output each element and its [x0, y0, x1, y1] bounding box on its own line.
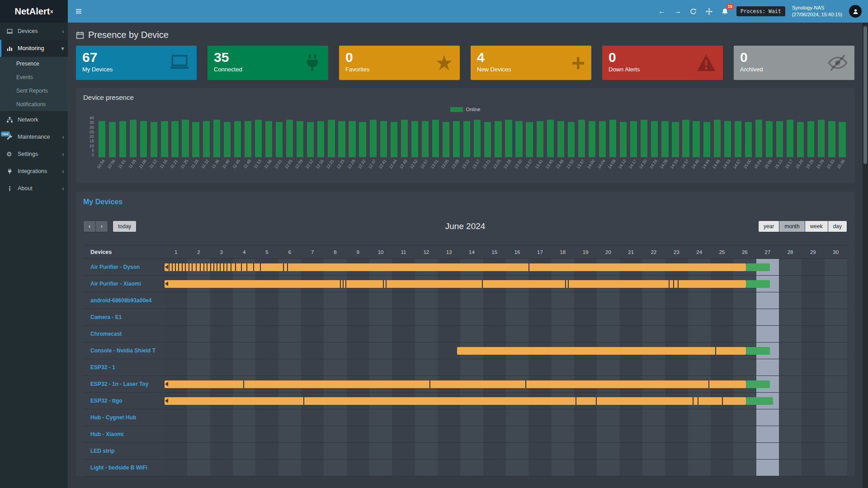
chart-bar-slot [628, 116, 639, 157]
device-link[interactable]: ESP32 - 1 [83, 359, 165, 375]
x-tick-label: 12:09 [294, 159, 304, 169]
x-tick: 10:56 [107, 157, 118, 181]
timeline-row-camera-e1: Camera - E1 [83, 309, 847, 326]
chart-bar-slot [358, 116, 368, 157]
presence-bar-past[interactable] [457, 347, 746, 355]
infobox-favorites[interactable]: 0Favorites★ [339, 46, 460, 80]
device-link[interactable]: Air Purifier - Xiaomi [83, 276, 165, 292]
x-tick: 13:12 [462, 157, 472, 181]
today-button[interactable]: today [113, 221, 137, 232]
day-header-27: 27 [756, 249, 779, 255]
sidebar-item-maintenance[interactable]: newMaintenance‹ [0, 128, 68, 145]
x-tick-label: 14:17 [628, 159, 637, 169]
nav-forward-icon[interactable]: → [673, 7, 682, 16]
x-tick: 13:41 [535, 157, 545, 181]
day-header-22: 22 [642, 249, 665, 255]
warning-icon [696, 53, 717, 72]
presence-bar-current[interactable] [746, 280, 770, 288]
presence-bar-past[interactable] [165, 280, 746, 288]
sidebar-item-settings[interactable]: ⚙Settings‹ [0, 145, 68, 163]
sidebar-item-monitoring[interactable]: Monitoring▾ [0, 40, 68, 57]
offline-gap [243, 380, 244, 388]
x-tick: 11:56 [264, 157, 274, 181]
sidebar-subitem-events[interactable]: Events [0, 70, 68, 84]
chart-bar [599, 121, 606, 158]
timeline-row-hub-xiaomi: Hub - Xiaomi [83, 426, 847, 443]
sidebar-item-network[interactable]: Network [0, 111, 68, 128]
device-link[interactable]: ESP32 - 1n - Laser Toy [83, 376, 165, 392]
x-tick: 15:36 [837, 157, 847, 181]
eye-slash-icon [827, 53, 848, 72]
presence-bar-past[interactable] [165, 380, 746, 388]
infobox-my-devices[interactable]: 67My Devices [76, 46, 197, 80]
x-tick: 12:05 [284, 157, 295, 181]
scrollbar-thumb[interactable] [863, 26, 867, 164]
device-link[interactable]: Light - bedside B WiFi [83, 460, 165, 476]
x-tick-label: 12:25 [336, 159, 345, 169]
app-logo[interactable]: NetAlertx [0, 0, 68, 23]
x-tick: 15:13 [774, 157, 785, 181]
offline-gap [185, 263, 186, 271]
device-link[interactable]: Hub - Xiaomi [83, 426, 165, 442]
device-link[interactable]: ESP32 - ttgo [83, 393, 165, 409]
chart-bar [401, 120, 408, 157]
sidebar-subitem-presence[interactable]: Presence [0, 57, 68, 70]
chart-bar [213, 120, 220, 157]
device-link[interactable]: Camera - E1 [83, 309, 165, 325]
timeline-row-led-strip: LED strip [83, 443, 847, 460]
prev-button[interactable]: ‹ [83, 221, 96, 232]
chart-bar [422, 121, 429, 158]
notifications-button[interactable]: 15 [721, 7, 730, 16]
view-month-button[interactable]: month [779, 221, 805, 232]
device-link[interactable]: Hub - Cygnet Hub [83, 409, 165, 426]
move-icon[interactable] [705, 7, 714, 16]
day-header-5: 5 [255, 249, 278, 255]
view-day-button[interactable]: day [828, 221, 847, 232]
y-tick-label: 30 [90, 125, 94, 130]
timeline-row-chromecast: Chromecast [83, 326, 847, 343]
device-link[interactable]: Air Purifier - Dyson [83, 259, 165, 275]
x-tick-label: 13:12 [461, 159, 471, 169]
presence-bar-past[interactable] [165, 397, 746, 405]
user-avatar[interactable] [849, 5, 862, 18]
infobox-value: 4 [477, 50, 585, 65]
chart-bar [109, 122, 116, 157]
chart-bar [661, 121, 668, 158]
view-week-button[interactable]: week [805, 221, 828, 232]
infobox-connected[interactable]: 35Connected [208, 46, 328, 80]
sidebar-subitem-notifications[interactable]: Notifications [0, 98, 68, 111]
infobox-new-devices[interactable]: 4New Devices+ [471, 46, 591, 80]
next-button[interactable]: › [95, 221, 108, 232]
chart-bar-slot [566, 116, 576, 157]
chart-bar-slot [274, 116, 284, 157]
x-tick: 13:32 [514, 157, 524, 181]
x-tick-label: 12:28 [346, 159, 356, 169]
nav-back-icon[interactable]: ← [657, 7, 666, 16]
infobox-archived[interactable]: 0Archived [734, 46, 854, 80]
chart-bar-slot [816, 116, 826, 157]
sidebar-item-integrations[interactable]: Integrations‹ [0, 163, 68, 180]
x-tick-label: 13:01 [430, 159, 439, 169]
refresh-icon[interactable] [689, 7, 698, 16]
sidebar-item-about[interactable]: About‹ [0, 180, 68, 197]
view-year-button[interactable]: year [758, 221, 779, 232]
chart-bar-slot [743, 116, 754, 157]
sidebar-item-devices[interactable]: Devices‹ [0, 23, 68, 40]
x-tick-label: 11:49 [242, 159, 252, 169]
sidebar-toggle-button[interactable] [68, 0, 90, 23]
day-header-28: 28 [779, 249, 802, 255]
vertical-scrollbar[interactable] [863, 23, 868, 488]
device-link[interactable]: android-68608b93a00e4 [83, 292, 165, 309]
presence-bar-current[interactable] [746, 263, 770, 271]
device-link[interactable]: Console - Nvidia Shield T [83, 343, 165, 359]
presence-bar-past[interactable] [165, 263, 746, 271]
presence-bar-current[interactable] [746, 347, 770, 355]
offline-gap [568, 280, 569, 288]
device-link[interactable]: LED strip [83, 443, 165, 459]
sidebar-subitem-sent-reports[interactable]: Sent Reports [0, 84, 68, 98]
day-header-25: 25 [711, 249, 733, 255]
device-link[interactable]: Chromecast [83, 326, 165, 342]
presence-bar-current[interactable] [746, 397, 773, 405]
presence-bar-current[interactable] [746, 380, 770, 388]
infobox-down-alerts[interactable]: 0Down Alerts [602, 46, 723, 80]
